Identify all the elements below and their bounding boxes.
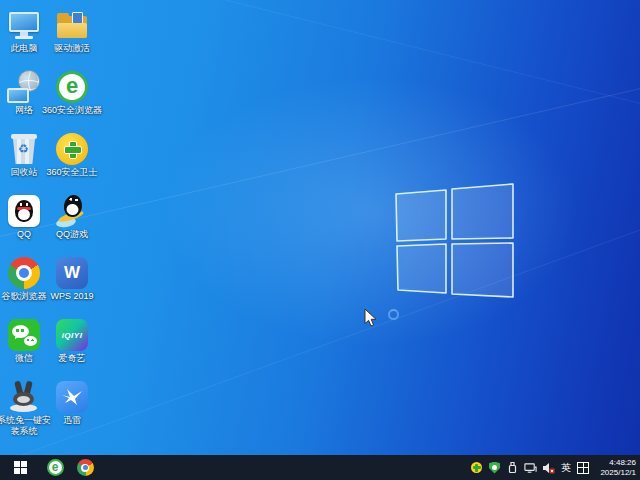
icon-label: 爱奇艺 (41, 353, 103, 364)
wallpaper-ray (130, 0, 640, 147)
mouse-cursor (364, 308, 377, 327)
recycle-bin-icon: ♻ (7, 132, 41, 166)
clock-time: 4:48:26 (597, 458, 636, 468)
wallpaper-ray (0, 49, 640, 253)
desktop-icon-system-rabbit[interactable]: 系统兔一键安装系统 (0, 377, 48, 439)
desktop-icon-qq-games[interactable]: QQ游戏 (48, 191, 96, 253)
360-browser-e-icon: e (55, 70, 89, 104)
desktop-icon-driver-activation[interactable]: 驱动激活 (48, 5, 96, 67)
360-browser-e-icon: e (47, 459, 64, 476)
taskbar: e 英 (0, 455, 640, 480)
desktop-icon-grid: 此电脑 网络 ♻ 回收站 QQ 谷歌浏览器 (0, 5, 96, 439)
360-guard-cross-icon (55, 132, 89, 166)
system-tray: 英 4:48:26 2025/12/1 (470, 455, 640, 480)
qq-penguin-icon (7, 194, 41, 228)
iqiyi-icon: iQIYI (55, 318, 89, 352)
qq-game-penguin-icon (55, 194, 89, 228)
desktop-icon-chrome[interactable]: 谷歌浏览器 (0, 253, 48, 315)
windows-logo-wallpaper (394, 182, 516, 300)
wechat-icon (7, 318, 41, 352)
icon-label: 360安全浏览器 (41, 105, 103, 116)
tray-volume-muted-icon[interactable] (542, 461, 555, 475)
ime-keyboard-grid-icon[interactable] (577, 462, 589, 474)
tray-shield-icon[interactable] (488, 461, 501, 475)
clock-date: 2025/12/1 (597, 468, 636, 478)
taskbar-chrome[interactable] (70, 455, 100, 480)
taskbar-left: e (0, 455, 100, 480)
desktop-icon-thunder[interactable]: 迅雷 (48, 377, 96, 439)
icon-label: WPS 2019 (41, 291, 103, 302)
desktop-icon-wechat[interactable]: 微信 (0, 315, 48, 377)
ime-language-indicator[interactable]: 英 (560, 463, 572, 473)
taskbar-clock[interactable]: 4:48:26 2025/12/1 (594, 458, 636, 478)
icon-label: 迅雷 (41, 415, 103, 426)
desktop: 此电脑 网络 ♻ 回收站 QQ 谷歌浏览器 (0, 0, 640, 480)
busy-spinner-icon (388, 309, 399, 320)
tray-network-display-icon[interactable] (524, 461, 537, 475)
desktop-icon-recycle-bin[interactable]: ♻ 回收站 (0, 129, 48, 191)
wallpaper-ray (0, 166, 640, 476)
windows-start-icon (14, 461, 27, 474)
thunder-bird-icon (55, 380, 89, 414)
computer-monitor-icon (7, 8, 41, 42)
icon-label: 360安全卫士 (41, 167, 103, 178)
desktop-icon-iqiyi[interactable]: iQIYI 爱奇艺 (48, 315, 96, 377)
taskbar-360-browser[interactable]: e (40, 455, 70, 480)
desktop-icon-360-guard[interactable]: 360安全卫士 (48, 129, 96, 191)
icon-label: 驱动激活 (41, 43, 103, 54)
desktop-icon-360-browser[interactable]: e 360安全浏览器 (48, 67, 96, 129)
icon-label: QQ游戏 (41, 229, 103, 240)
desktop-icon-qq[interactable]: QQ (0, 191, 48, 253)
network-globe-icon (7, 70, 41, 104)
start-button[interactable] (0, 455, 40, 480)
desktop-icon-wps[interactable]: W WPS 2019 (48, 253, 96, 315)
tray-360-guard-icon[interactable] (470, 461, 483, 475)
tray-usb-icon[interactable] (506, 461, 519, 475)
wps-w-icon: W (55, 256, 89, 290)
rabbit-icon (7, 380, 41, 414)
chrome-icon (77, 459, 94, 476)
chrome-icon (7, 256, 41, 290)
folder-driver-icon (55, 8, 89, 42)
desktop-icon-this-pc[interactable]: 此电脑 (0, 5, 48, 67)
desktop-icon-network[interactable]: 网络 (0, 67, 48, 129)
